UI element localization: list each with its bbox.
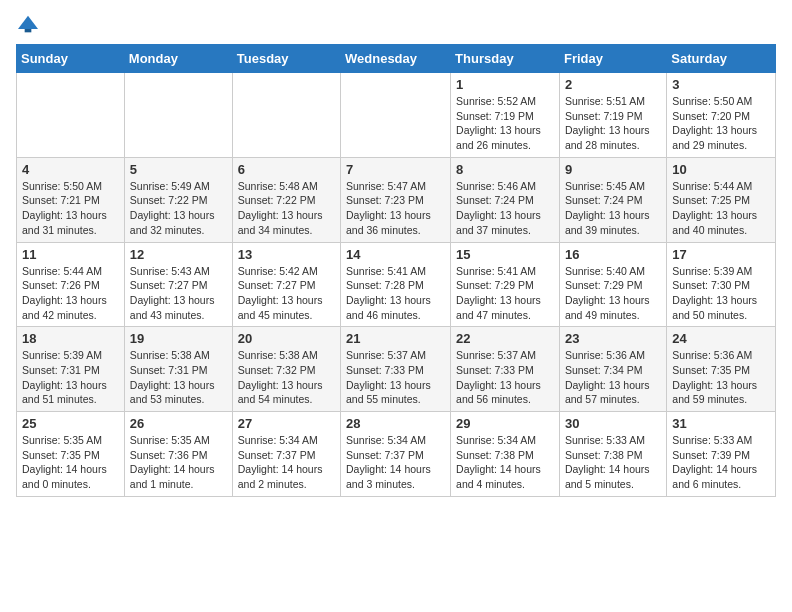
weekday-header-thursday: Thursday bbox=[451, 45, 560, 73]
day-info: Sunrise: 5:48 AM Sunset: 7:22 PM Dayligh… bbox=[238, 179, 335, 238]
day-number: 18 bbox=[22, 331, 119, 346]
logo-icon bbox=[16, 14, 40, 34]
day-number: 7 bbox=[346, 162, 445, 177]
day-number: 25 bbox=[22, 416, 119, 431]
day-number: 4 bbox=[22, 162, 119, 177]
day-number: 19 bbox=[130, 331, 227, 346]
day-number: 27 bbox=[238, 416, 335, 431]
weekday-header-friday: Friday bbox=[559, 45, 666, 73]
calendar-cell: 31Sunrise: 5:33 AM Sunset: 7:39 PM Dayli… bbox=[667, 412, 776, 497]
day-number: 2 bbox=[565, 77, 661, 92]
calendar-cell: 4Sunrise: 5:50 AM Sunset: 7:21 PM Daylig… bbox=[17, 157, 125, 242]
calendar-cell: 21Sunrise: 5:37 AM Sunset: 7:33 PM Dayli… bbox=[341, 327, 451, 412]
calendar-cell: 6Sunrise: 5:48 AM Sunset: 7:22 PM Daylig… bbox=[232, 157, 340, 242]
day-number: 17 bbox=[672, 247, 770, 262]
day-info: Sunrise: 5:39 AM Sunset: 7:31 PM Dayligh… bbox=[22, 348, 119, 407]
calendar-cell: 25Sunrise: 5:35 AM Sunset: 7:35 PM Dayli… bbox=[17, 412, 125, 497]
day-info: Sunrise: 5:47 AM Sunset: 7:23 PM Dayligh… bbox=[346, 179, 445, 238]
day-number: 15 bbox=[456, 247, 554, 262]
day-number: 3 bbox=[672, 77, 770, 92]
page-header bbox=[16, 16, 776, 36]
calendar-cell: 12Sunrise: 5:43 AM Sunset: 7:27 PM Dayli… bbox=[124, 242, 232, 327]
weekday-header-tuesday: Tuesday bbox=[232, 45, 340, 73]
day-info: Sunrise: 5:34 AM Sunset: 7:37 PM Dayligh… bbox=[346, 433, 445, 492]
day-number: 8 bbox=[456, 162, 554, 177]
svg-rect-1 bbox=[25, 29, 32, 32]
day-info: Sunrise: 5:39 AM Sunset: 7:30 PM Dayligh… bbox=[672, 264, 770, 323]
day-number: 31 bbox=[672, 416, 770, 431]
week-row-1: 1Sunrise: 5:52 AM Sunset: 7:19 PM Daylig… bbox=[17, 73, 776, 158]
day-number: 6 bbox=[238, 162, 335, 177]
day-number: 13 bbox=[238, 247, 335, 262]
calendar-cell: 11Sunrise: 5:44 AM Sunset: 7:26 PM Dayli… bbox=[17, 242, 125, 327]
day-number: 21 bbox=[346, 331, 445, 346]
day-info: Sunrise: 5:35 AM Sunset: 7:36 PM Dayligh… bbox=[130, 433, 227, 492]
day-info: Sunrise: 5:46 AM Sunset: 7:24 PM Dayligh… bbox=[456, 179, 554, 238]
calendar-cell: 17Sunrise: 5:39 AM Sunset: 7:30 PM Dayli… bbox=[667, 242, 776, 327]
day-info: Sunrise: 5:44 AM Sunset: 7:26 PM Dayligh… bbox=[22, 264, 119, 323]
calendar-cell bbox=[232, 73, 340, 158]
day-number: 11 bbox=[22, 247, 119, 262]
calendar-cell: 2Sunrise: 5:51 AM Sunset: 7:19 PM Daylig… bbox=[559, 73, 666, 158]
logo bbox=[16, 16, 44, 36]
calendar-cell bbox=[341, 73, 451, 158]
day-number: 12 bbox=[130, 247, 227, 262]
calendar-cell: 7Sunrise: 5:47 AM Sunset: 7:23 PM Daylig… bbox=[341, 157, 451, 242]
day-info: Sunrise: 5:50 AM Sunset: 7:21 PM Dayligh… bbox=[22, 179, 119, 238]
calendar-cell: 13Sunrise: 5:42 AM Sunset: 7:27 PM Dayli… bbox=[232, 242, 340, 327]
week-row-2: 4Sunrise: 5:50 AM Sunset: 7:21 PM Daylig… bbox=[17, 157, 776, 242]
day-number: 23 bbox=[565, 331, 661, 346]
day-info: Sunrise: 5:37 AM Sunset: 7:33 PM Dayligh… bbox=[456, 348, 554, 407]
day-number: 24 bbox=[672, 331, 770, 346]
day-info: Sunrise: 5:43 AM Sunset: 7:27 PM Dayligh… bbox=[130, 264, 227, 323]
day-info: Sunrise: 5:38 AM Sunset: 7:31 PM Dayligh… bbox=[130, 348, 227, 407]
day-info: Sunrise: 5:45 AM Sunset: 7:24 PM Dayligh… bbox=[565, 179, 661, 238]
day-number: 28 bbox=[346, 416, 445, 431]
day-info: Sunrise: 5:38 AM Sunset: 7:32 PM Dayligh… bbox=[238, 348, 335, 407]
calendar-cell: 5Sunrise: 5:49 AM Sunset: 7:22 PM Daylig… bbox=[124, 157, 232, 242]
calendar-cell: 28Sunrise: 5:34 AM Sunset: 7:37 PM Dayli… bbox=[341, 412, 451, 497]
calendar-cell: 22Sunrise: 5:37 AM Sunset: 7:33 PM Dayli… bbox=[451, 327, 560, 412]
day-number: 30 bbox=[565, 416, 661, 431]
calendar-cell: 3Sunrise: 5:50 AM Sunset: 7:20 PM Daylig… bbox=[667, 73, 776, 158]
day-number: 10 bbox=[672, 162, 770, 177]
calendar-cell bbox=[124, 73, 232, 158]
day-number: 22 bbox=[456, 331, 554, 346]
calendar-cell: 24Sunrise: 5:36 AM Sunset: 7:35 PM Dayli… bbox=[667, 327, 776, 412]
day-number: 14 bbox=[346, 247, 445, 262]
day-info: Sunrise: 5:50 AM Sunset: 7:20 PM Dayligh… bbox=[672, 94, 770, 153]
calendar-table: SundayMondayTuesdayWednesdayThursdayFrid… bbox=[16, 44, 776, 497]
week-row-3: 11Sunrise: 5:44 AM Sunset: 7:26 PM Dayli… bbox=[17, 242, 776, 327]
week-row-5: 25Sunrise: 5:35 AM Sunset: 7:35 PM Dayli… bbox=[17, 412, 776, 497]
calendar-cell: 18Sunrise: 5:39 AM Sunset: 7:31 PM Dayli… bbox=[17, 327, 125, 412]
weekday-header-monday: Monday bbox=[124, 45, 232, 73]
calendar-cell: 30Sunrise: 5:33 AM Sunset: 7:38 PM Dayli… bbox=[559, 412, 666, 497]
calendar-cell: 14Sunrise: 5:41 AM Sunset: 7:28 PM Dayli… bbox=[341, 242, 451, 327]
calendar-cell: 10Sunrise: 5:44 AM Sunset: 7:25 PM Dayli… bbox=[667, 157, 776, 242]
calendar-cell: 1Sunrise: 5:52 AM Sunset: 7:19 PM Daylig… bbox=[451, 73, 560, 158]
day-info: Sunrise: 5:42 AM Sunset: 7:27 PM Dayligh… bbox=[238, 264, 335, 323]
day-info: Sunrise: 5:33 AM Sunset: 7:39 PM Dayligh… bbox=[672, 433, 770, 492]
weekday-header-sunday: Sunday bbox=[17, 45, 125, 73]
calendar-cell: 9Sunrise: 5:45 AM Sunset: 7:24 PM Daylig… bbox=[559, 157, 666, 242]
day-number: 16 bbox=[565, 247, 661, 262]
calendar-cell: 23Sunrise: 5:36 AM Sunset: 7:34 PM Dayli… bbox=[559, 327, 666, 412]
day-info: Sunrise: 5:41 AM Sunset: 7:29 PM Dayligh… bbox=[456, 264, 554, 323]
day-info: Sunrise: 5:40 AM Sunset: 7:29 PM Dayligh… bbox=[565, 264, 661, 323]
day-number: 5 bbox=[130, 162, 227, 177]
calendar-cell: 15Sunrise: 5:41 AM Sunset: 7:29 PM Dayli… bbox=[451, 242, 560, 327]
day-number: 29 bbox=[456, 416, 554, 431]
day-info: Sunrise: 5:37 AM Sunset: 7:33 PM Dayligh… bbox=[346, 348, 445, 407]
calendar-cell bbox=[17, 73, 125, 158]
calendar-cell: 26Sunrise: 5:35 AM Sunset: 7:36 PM Dayli… bbox=[124, 412, 232, 497]
calendar-cell: 19Sunrise: 5:38 AM Sunset: 7:31 PM Dayli… bbox=[124, 327, 232, 412]
day-info: Sunrise: 5:52 AM Sunset: 7:19 PM Dayligh… bbox=[456, 94, 554, 153]
day-number: 20 bbox=[238, 331, 335, 346]
day-info: Sunrise: 5:36 AM Sunset: 7:34 PM Dayligh… bbox=[565, 348, 661, 407]
day-info: Sunrise: 5:35 AM Sunset: 7:35 PM Dayligh… bbox=[22, 433, 119, 492]
day-info: Sunrise: 5:34 AM Sunset: 7:38 PM Dayligh… bbox=[456, 433, 554, 492]
week-row-4: 18Sunrise: 5:39 AM Sunset: 7:31 PM Dayli… bbox=[17, 327, 776, 412]
day-number: 1 bbox=[456, 77, 554, 92]
weekday-header-wednesday: Wednesday bbox=[341, 45, 451, 73]
day-info: Sunrise: 5:44 AM Sunset: 7:25 PM Dayligh… bbox=[672, 179, 770, 238]
